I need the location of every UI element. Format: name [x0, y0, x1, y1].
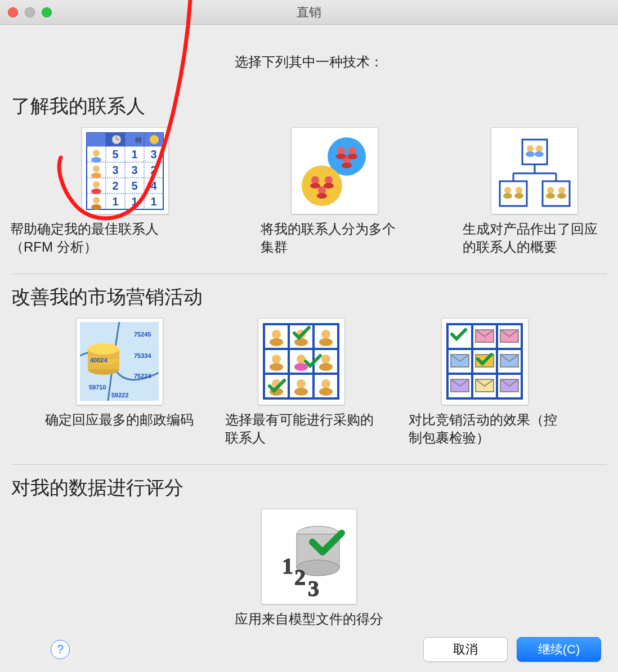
option-contact-profile[interactable]: 生成对产品作出了回应的联系人的概要 [463, 127, 607, 257]
section-title-contacts: 了解我的联系人 [11, 93, 607, 119]
svg-point-67 [557, 193, 566, 199]
option-label: 确定回应最多的邮政编码 [45, 411, 194, 429]
svg-point-85 [272, 330, 281, 339]
svg-point-86 [270, 338, 283, 346]
svg-point-96 [319, 363, 333, 371]
option-zip-response[interactable]: 75245 40024 75334 59710 75224 59222 确定回应… [45, 318, 194, 429]
zoom-icon[interactable] [42, 7, 52, 17]
svg-point-41 [347, 154, 357, 159]
svg-point-91 [272, 355, 281, 364]
svg-point-56 [536, 145, 543, 152]
svg-text:3: 3 [132, 164, 138, 176]
svg-text:5: 5 [113, 148, 119, 160]
svg-point-95 [321, 355, 330, 364]
svg-point-46 [310, 183, 320, 189]
svg-point-90 [319, 338, 333, 346]
divider [11, 274, 607, 274]
cancel-button[interactable]: 取消 [423, 637, 508, 662]
campaign-compare-icon [441, 318, 529, 405]
svg-point-88 [294, 338, 308, 346]
option-cluster-contacts[interactable]: 将我的联系人分为多个集群 [261, 127, 409, 257]
window-title: 直销 [0, 4, 618, 21]
svg-point-21 [93, 197, 100, 204]
svg-text:59710: 59710 [89, 384, 106, 391]
option-rfm-analysis[interactable]: 卌 [61, 127, 190, 257]
page-subtitle: 选择下列其中一种技术： [11, 53, 607, 71]
svg-point-100 [294, 388, 308, 396]
option-campaign-compare[interactable]: 对比竞销活动的效果（控制包裹检验） [409, 318, 561, 447]
svg-point-17 [93, 165, 100, 172]
svg-point-36 [302, 165, 342, 206]
zip-map-icon: 75245 40024 75334 59710 75224 59222 [76, 318, 163, 405]
option-label: 对比竞销活动的效果（控制包裹检验） [409, 411, 561, 447]
minimize-icon [25, 7, 35, 17]
svg-text:3: 3 [151, 148, 157, 160]
profile-tree-icon [491, 127, 578, 214]
option-likely-purchasers[interactable]: 选择最有可能进行采购的联系人 [225, 318, 377, 447]
svg-point-73 [88, 343, 119, 355]
svg-point-61 [503, 193, 512, 199]
window-controls [8, 7, 52, 17]
svg-point-47 [324, 183, 334, 189]
svg-point-20 [91, 189, 101, 194]
cluster-icon [291, 127, 378, 214]
svg-text:5: 5 [132, 180, 138, 192]
svg-point-101 [321, 379, 330, 388]
help-button[interactable]: ? [51, 640, 70, 659]
svg-point-57 [535, 151, 544, 157]
continue-button[interactable]: 继续(C) [517, 637, 601, 662]
option-label: 生成对产品作出了回应的联系人的概要 [463, 220, 607, 257]
svg-point-92 [270, 363, 283, 371]
svg-point-66 [558, 187, 565, 194]
svg-text:3: 3 [308, 576, 319, 601]
score-model-icon: 1 2 3 [261, 509, 357, 604]
svg-text:1: 1 [282, 553, 293, 579]
option-label: 帮助确定我的最佳联系人（RFM 分析） [10, 220, 190, 257]
svg-rect-59 [543, 181, 570, 206]
svg-rect-53 [522, 140, 547, 164]
option-label: 选择最有可能进行采购的联系人 [225, 411, 377, 447]
svg-point-45 [318, 186, 326, 194]
svg-point-43 [311, 176, 319, 184]
purchaser-grid-icon [258, 318, 345, 405]
close-icon[interactable] [8, 7, 18, 17]
svg-text:75224: 75224 [134, 373, 151, 379]
svg-text:4: 4 [151, 180, 158, 192]
svg-point-60 [504, 187, 511, 194]
svg-point-64 [547, 187, 554, 194]
svg-point-48 [317, 193, 327, 199]
svg-text:3: 3 [113, 164, 119, 176]
titlebar: 直销 [0, 0, 618, 25]
svg-point-42 [342, 163, 352, 168]
svg-text:2: 2 [151, 164, 157, 176]
svg-point-15 [93, 150, 100, 156]
rfm-table-icon: 卌 [82, 127, 169, 214]
svg-point-22 [91, 204, 101, 210]
svg-point-94 [294, 363, 308, 371]
dialog-footer: ? 取消 继续(C) [0, 637, 618, 662]
svg-text:1: 1 [151, 195, 157, 208]
svg-point-44 [325, 176, 333, 184]
option-label: 将我的联系人分为多个集群 [261, 220, 409, 257]
svg-text:1: 1 [132, 195, 138, 208]
option-apply-model-score[interactable]: 1 2 3 应用来自模型文件的得分 [235, 509, 383, 628]
svg-text:75245: 75245 [134, 331, 151, 338]
option-label: 应用来自模型文件的得分 [235, 610, 383, 628]
svg-point-18 [91, 173, 101, 178]
svg-point-16 [91, 157, 101, 163]
svg-point-7 [150, 135, 159, 144]
svg-text:59222: 59222 [111, 392, 129, 398]
svg-point-19 [93, 181, 100, 188]
svg-point-62 [516, 187, 522, 194]
svg-point-63 [514, 193, 523, 199]
svg-text:2: 2 [294, 565, 306, 590]
section-title-marketing: 改善我的市场营销活动 [11, 284, 607, 310]
svg-point-99 [297, 379, 306, 388]
svg-point-54 [527, 145, 534, 152]
svg-text:1: 1 [113, 195, 119, 208]
svg-point-102 [319, 388, 333, 396]
divider [11, 464, 607, 465]
svg-text:2: 2 [113, 180, 119, 192]
svg-text:40024: 40024 [90, 357, 108, 364]
svg-point-38 [348, 147, 356, 155]
